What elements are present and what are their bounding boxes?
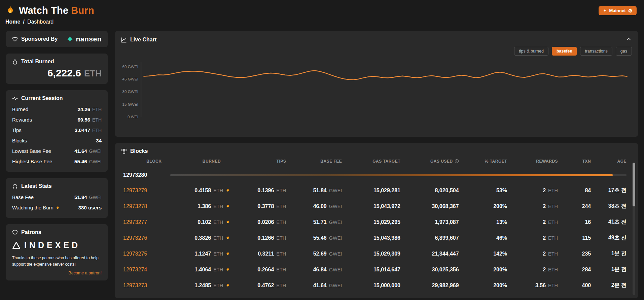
- flame-icon: [56, 205, 60, 210]
- column-header: GAS TARGET: [345, 154, 403, 168]
- blocks-table-body: 12973279 0.4158ETH 0.1396ETH 51.84GWEI 1…: [121, 182, 629, 293]
- stat-value: 69.56ETH: [77, 117, 102, 123]
- stat-label: Rewards: [12, 117, 32, 123]
- chart-mode-button[interactable]: gas: [616, 47, 632, 56]
- stat-unit: ETH: [92, 107, 102, 112]
- patrons-title: Patrons: [12, 229, 102, 235]
- breadcrumb-current: Dashboard: [27, 19, 53, 25]
- block-link[interactable]: 12973274: [123, 267, 147, 272]
- chart-mode-buttons: tips & burned basefee transactions gas: [121, 47, 632, 56]
- pending-progress-fill: [170, 174, 613, 176]
- patron-logo-indexed[interactable]: INDEXED: [12, 240, 102, 250]
- column-header: TXN: [561, 154, 594, 168]
- block-row: 12973278 1.386ETH 0.3778ETH 46.09GWEI 15…: [121, 198, 629, 214]
- live-chart-title: Live Chart: [121, 37, 156, 43]
- network-button[interactable]: Mainnet ⚙: [599, 6, 637, 15]
- heart-icon: [12, 36, 18, 42]
- block-row: 12973275 1.1247ETH 0.3211ETH 52.69GWEI 1…: [121, 246, 629, 262]
- block-link[interactable]: 12973276: [123, 235, 147, 241]
- sponsored-card: Sponsored By nansen: [6, 31, 108, 47]
- total-burned-value: 6,222.6ETH: [12, 67, 102, 79]
- stat-label: Watching the Burn: [12, 205, 53, 210]
- block-link[interactable]: 12973275: [123, 251, 147, 257]
- current-session-title: Current Session: [12, 95, 102, 101]
- blocks-table: BLOCK BURNED TIPS BASE FEE GAS TARGET GA…: [121, 154, 629, 293]
- basefee-chart: 60 GWEI45 GWEI30 GWEI15 GWEI0 WEI: [121, 58, 632, 122]
- flame-icon: [225, 251, 230, 256]
- current-session-card: Current Session Burned 24.26ETH Rewards …: [6, 90, 108, 172]
- flame-icon: [225, 203, 230, 209]
- activity-icon: [12, 96, 18, 101]
- column-header: GAS USED: [403, 154, 462, 168]
- stat-row: Highest Base Fee 55.46GWEI: [12, 156, 102, 167]
- flame-icon: [225, 282, 230, 288]
- nansen-spark-icon: [66, 35, 74, 43]
- stat-unit: ETH: [92, 117, 102, 123]
- block-link[interactable]: 12973279: [123, 188, 147, 193]
- blocks-title: Blocks: [121, 148, 629, 154]
- block-link[interactable]: 12973278: [123, 203, 147, 209]
- chart-mode-button[interactable]: basefee: [552, 47, 577, 56]
- stat-row: Base Fee 51.84GWEI: [12, 192, 102, 202]
- column-header: AGE: [594, 154, 629, 168]
- blocks-scrollbar-thumb[interactable]: [633, 163, 635, 206]
- app-header: Watch TheBurn Mainnet ⚙: [0, 0, 644, 17]
- blocks-icon: [121, 148, 127, 154]
- app-title: Watch TheBurn: [19, 5, 94, 16]
- indexed-triangle-icon: [12, 241, 21, 249]
- flame-icon: [225, 188, 230, 193]
- stat-label: Blocks: [12, 138, 27, 143]
- stat-value: 55.46GWEI: [74, 159, 102, 164]
- blocks-scrollbar[interactable]: [633, 163, 635, 295]
- stat-row: Blocks 34: [12, 135, 102, 146]
- block-row: 12973277 0.102ETH 0.0206ETH 51.71GWEI 15…: [121, 214, 629, 230]
- svg-text:60 GWEI: 60 GWEI: [122, 64, 138, 69]
- total-burned-title: Total Burned: [12, 59, 102, 65]
- pending-block-number: 12973280: [123, 172, 147, 178]
- patrons-description: Thanks to these patrons who has offered …: [12, 255, 102, 267]
- column-header: BURNED: [164, 154, 233, 168]
- block-row: 12973274 1.4064ETH 0.2664ETH 46.84GWEI 1…: [121, 262, 629, 277]
- patrons-card: Patrons INDEXED Thanks to these patrons …: [6, 224, 108, 280]
- breadcrumb-home-link[interactable]: Home: [5, 19, 20, 25]
- total-burned-card: Total Burned 6,222.6ETH: [6, 54, 108, 84]
- block-link[interactable]: 12973277: [123, 219, 147, 225]
- column-header: TIPS: [233, 154, 289, 168]
- stat-label: Highest Base Fee: [12, 159, 52, 164]
- sponsor-logo-nansen[interactable]: nansen: [66, 35, 102, 43]
- heart-icon: [12, 230, 18, 235]
- stat-value: 41.64GWEI: [74, 148, 102, 154]
- column-header: REWARDS: [510, 154, 561, 168]
- stat-row: Burned 24.26ETH: [12, 104, 102, 114]
- block-row: 12973279 0.4158ETH 0.1396ETH 51.84GWEI 1…: [121, 182, 629, 198]
- latest-stats-title: Latest Stats: [12, 183, 102, 189]
- pending-block-row: 12973280: [121, 168, 629, 182]
- flame-icon: [603, 8, 607, 13]
- block-row: 12973273 1.2485ETH 0.4762ETH 41.64GWEI 1…: [121, 277, 629, 293]
- stat-label: Lowest Base Fee: [12, 148, 51, 154]
- stat-value: 380 users: [78, 205, 102, 210]
- block-row: 12973276 0.3826ETH 0.1266ETH 55.46GWEI 1…: [121, 230, 629, 246]
- chart-mode-button[interactable]: tips & burned: [514, 47, 548, 56]
- stat-unit: ETH: [92, 128, 102, 133]
- flame-icon: [225, 235, 230, 240]
- svg-text:0 WEI: 0 WEI: [128, 114, 138, 119]
- svg-text:45 GWEI: 45 GWEI: [122, 77, 138, 81]
- blocks-table-header: BLOCK BURNED TIPS BASE FEE GAS TARGET GA…: [121, 154, 629, 168]
- svg-text:15 GWEI: 15 GWEI: [122, 102, 138, 106]
- info-icon[interactable]: [455, 159, 459, 163]
- total-burned-unit: ETH: [84, 68, 102, 78]
- collapse-chart-button[interactable]: [625, 36, 632, 43]
- sponsor-name: nansen: [76, 35, 102, 43]
- become-patron-link[interactable]: Become a patron!: [12, 271, 102, 275]
- headphones-icon: [12, 184, 18, 189]
- block-link[interactable]: 12973273: [123, 282, 147, 288]
- basefee-chart-area: 60 GWEI45 GWEI30 GWEI15 GWEI0 WEI: [121, 58, 632, 122]
- stat-row: Watching the Burn 380 users: [12, 202, 102, 213]
- blocks-card: Blocks BLOCK BURNED TIPS: [115, 143, 638, 298]
- flame-icon: [225, 267, 230, 272]
- column-header: % TARGET: [462, 154, 510, 168]
- latest-stats-card: Latest Stats Base Fee 51.84GWEI Watching…: [6, 178, 108, 218]
- chart-mode-button[interactable]: transactions: [580, 47, 612, 56]
- current-session-stats: Burned 24.26ETH Rewards 69.56ETH Tips 3.…: [12, 104, 102, 167]
